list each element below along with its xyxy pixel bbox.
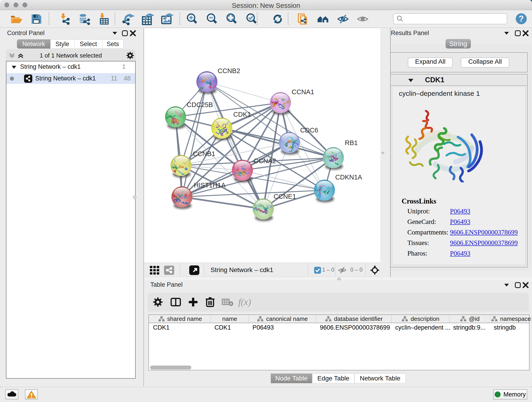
- svg-text:CDKN1A: CDKN1A: [335, 173, 362, 181]
- svg-text:CCNB1: CCNB1: [193, 150, 215, 157]
- svg-text:CCNE1: CCNE1: [273, 193, 296, 200]
- svg-text:CDK1: CDK1: [233, 111, 251, 118]
- svg-text:CCNA2: CCNA2: [254, 157, 276, 165]
- svg-text:CDC25B: CDC25B: [187, 101, 213, 108]
- svg-text:?: ?: [519, 14, 524, 23]
- svg-text:CCNB2: CCNB2: [218, 67, 240, 75]
- svg-text:HIST1H1A: HIST1H1A: [194, 182, 226, 189]
- svg-text:CCNA1: CCNA1: [292, 88, 314, 96]
- svg-text:CDC6: CDC6: [300, 127, 318, 134]
- svg-text:RB1: RB1: [345, 139, 358, 147]
